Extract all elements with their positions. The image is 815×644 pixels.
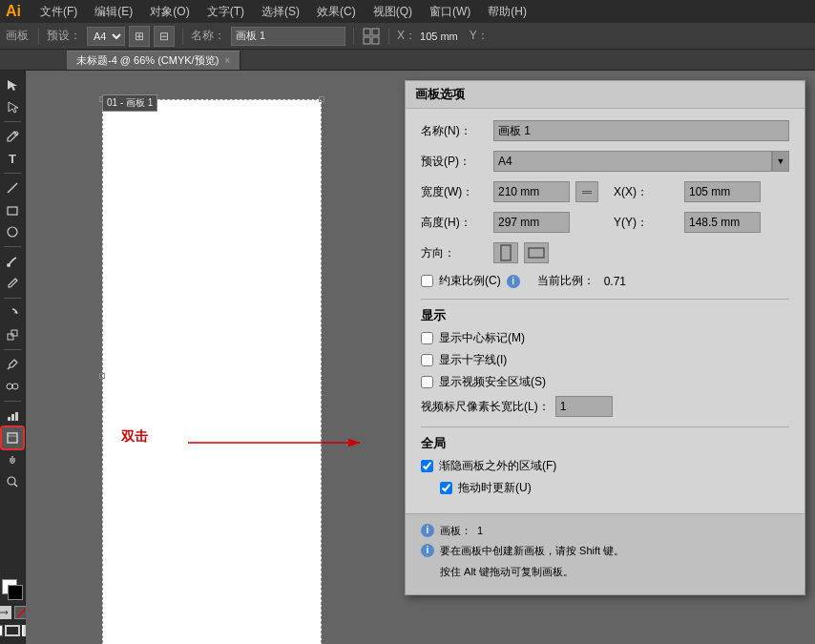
svg-rect-15: [8, 417, 10, 421]
menu-object[interactable]: 对象(O): [142, 2, 197, 22]
tool-rect[interactable]: [2, 199, 23, 220]
dialog-y-input[interactable]: [684, 212, 761, 233]
dialog-width-input[interactable]: [493, 181, 570, 202]
svg-rect-0: [364, 29, 370, 35]
app-logo: Ai: [6, 3, 21, 20]
tab-title: 未标题-4 @ 66% (CMYK/预览): [76, 53, 219, 68]
safe-area-checkbox[interactable]: [421, 376, 433, 388]
svg-line-22: [18, 609, 26, 616]
toolbar: T: [0, 71, 26, 644]
svg-rect-6: [8, 207, 17, 215]
tool-scale[interactable]: [2, 324, 23, 345]
portrait-btn[interactable]: [493, 242, 518, 263]
tool-direct-select[interactable]: [2, 96, 23, 117]
svg-point-14: [12, 384, 18, 389]
svg-rect-18: [8, 433, 17, 443]
menu-help[interactable]: 帮助(H): [480, 2, 534, 22]
menu-file[interactable]: 文件(F): [32, 2, 85, 22]
orientation-label: 方向：: [421, 245, 488, 261]
color-swatches[interactable]: [2, 579, 23, 600]
tool-separator-4: [4, 298, 21, 299]
dialog-preset-input[interactable]: [493, 151, 772, 172]
hint2-text: 按住 Alt 键拖动可复制画板。: [440, 565, 574, 579]
swap-colors-icon[interactable]: [0, 606, 11, 619]
center-mark-checkbox[interactable]: [421, 332, 433, 344]
divider-1: [421, 299, 789, 300]
dialog-x-input[interactable]: [684, 181, 761, 202]
hint1-text: 要在画板中创建新画板，请按 Shift 键。: [440, 544, 624, 558]
name-input[interactable]: [231, 27, 345, 46]
svg-rect-3: [372, 37, 379, 44]
canvas-area: 01 - 画板 1 双击 画板选项: [26, 71, 815, 644]
menu-text[interactable]: 文字(T): [199, 2, 252, 22]
icon-btn-2[interactable]: ⊟: [154, 26, 175, 47]
artboard-count-label: 画板：: [440, 524, 471, 538]
main-area: T: [0, 71, 815, 644]
crosshair-checkbox[interactable]: [421, 354, 433, 366]
dialog-y-label: Y(Y)：: [614, 215, 680, 231]
tool-brush[interactable]: [2, 251, 23, 272]
tool-hand[interactable]: [2, 449, 23, 470]
landscape-btn[interactable]: [524, 242, 549, 263]
dialog-name-input[interactable]: [493, 120, 789, 141]
document-tab[interactable]: 未标题-4 @ 66% (CMYK/预览) ×: [67, 51, 240, 70]
video-ratio-input[interactable]: [555, 396, 613, 417]
tool-separator-5: [4, 349, 21, 350]
fade-checkbox[interactable]: [421, 460, 433, 472]
name-row: 名称(N)：: [421, 120, 789, 141]
tool-select[interactable]: [2, 74, 23, 95]
update-drag-label: 拖动时更新(U): [458, 480, 532, 496]
safe-area-row: 显示视频安全区域(S): [421, 374, 789, 390]
width-x-row: 宽度(W)： X(X)：: [421, 181, 789, 202]
x-value: 105 mm: [420, 31, 458, 42]
link-dimensions-icon[interactable]: [575, 181, 598, 202]
fade-row: 渐隐画板之外的区域(F): [421, 458, 789, 474]
menu-view[interactable]: 视图(Q): [366, 2, 420, 22]
tool-rotate[interactable]: [2, 302, 23, 323]
canvas-label-text: 01 - 画板 1: [107, 96, 153, 110]
dialog-height-label: 高度(H)：: [421, 215, 488, 231]
svg-rect-2: [364, 37, 370, 44]
tool-line[interactable]: [2, 177, 23, 198]
menu-window[interactable]: 窗口(W): [422, 2, 478, 22]
preset-select[interactable]: A4: [87, 27, 125, 46]
tab-close[interactable]: ×: [224, 55, 230, 66]
tool-zoom[interactable]: [2, 471, 23, 492]
menu-select[interactable]: 选择(S): [254, 2, 307, 22]
update-drag-row: 拖动时更新(U): [440, 480, 789, 496]
tool-ellipse[interactable]: [2, 221, 23, 242]
tool-artboard[interactable]: [2, 427, 23, 448]
tool-pen[interactable]: [2, 126, 23, 147]
handle-top-right[interactable]: [319, 96, 324, 102]
center-mark-label: 显示中心标记(M): [439, 330, 525, 346]
info-icon-hint1: i: [421, 544, 434, 557]
y-coord-group: Y(Y)：: [614, 212, 761, 233]
svg-point-13: [7, 384, 12, 389]
background-color[interactable]: [8, 585, 23, 600]
tool-column-graph[interactable]: [2, 405, 23, 426]
fill-icon[interactable]: [0, 625, 3, 636]
name-label: 名称：: [191, 28, 225, 44]
options-panel-label: 画板: [6, 28, 29, 44]
tool-blend[interactable]: [2, 376, 23, 397]
grid-icon: [362, 27, 381, 46]
dialog-body: 名称(N)： 预设(P)： ▼ 宽度(W)：: [406, 109, 805, 513]
update-drag-checkbox[interactable]: [440, 482, 452, 494]
menu-edit[interactable]: 编辑(E): [87, 2, 140, 22]
handle-middle-left[interactable]: [99, 373, 105, 379]
icon-btn-1[interactable]: ⊞: [129, 26, 150, 47]
tool-pencil[interactable]: [2, 273, 23, 294]
crosshair-row: 显示十字线(I): [421, 352, 789, 368]
stroke-icon[interactable]: [5, 625, 20, 636]
x-coord-group: X(X)：: [614, 181, 761, 202]
dialog-height-input[interactable]: [493, 212, 570, 233]
display-section-label: 显示: [421, 307, 789, 324]
constrain-ratio-checkbox[interactable]: [421, 275, 433, 287]
preset-dropdown-arrow[interactable]: ▼: [772, 151, 789, 172]
artboard-options-dialog: 画板选项 名称(N)： 预设(P)： ▼ 宽度(W)：: [405, 80, 805, 595]
svg-rect-11: [11, 330, 17, 336]
tool-eyedropper[interactable]: [2, 354, 23, 375]
hint2-row: 按住 Alt 键拖动可复制画板。: [421, 565, 789, 579]
menu-effect[interactable]: 效果(C): [309, 2, 364, 22]
tool-type[interactable]: T: [2, 148, 23, 169]
